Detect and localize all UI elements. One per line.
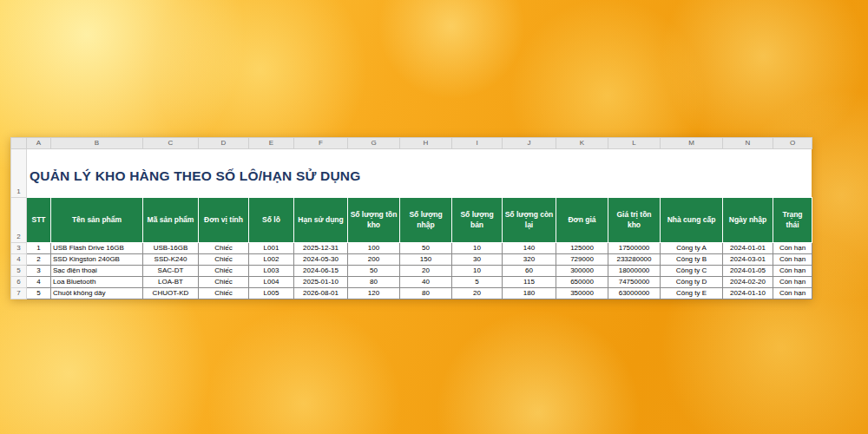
table-header-cell-N[interactable]: Ngày nhập (723, 198, 773, 243)
cell-F6[interactable]: 2025-01-10 (294, 277, 348, 288)
cell-C7[interactable]: CHUOT-KD (143, 288, 199, 299)
column-header-C[interactable]: C (143, 138, 199, 149)
cell-M6[interactable]: Công ty D (661, 277, 723, 288)
cell-J4[interactable]: 320 (503, 254, 556, 266)
column-header-K[interactable]: K (556, 138, 608, 149)
cell-L5[interactable]: 18000000 (608, 266, 661, 277)
cell-O5[interactable]: Còn hạn (773, 266, 812, 277)
cell-C4[interactable]: SSD-K240 (143, 254, 199, 266)
table-header-cell-H[interactable]: Số lượng nhập (400, 198, 452, 243)
cell-D6[interactable]: Chiếc (199, 277, 249, 288)
table-header-cell-L[interactable]: Giá trị tồn kho (608, 198, 661, 243)
cell-I4[interactable]: 30 (452, 254, 503, 266)
cell-E4[interactable]: L002 (249, 254, 294, 266)
row-header-3[interactable]: 3 (11, 243, 27, 254)
row-header-7[interactable]: 7 (11, 288, 27, 299)
cell-C6[interactable]: LOA-BT (143, 277, 199, 288)
column-header-A[interactable]: A (27, 138, 51, 149)
cell-J7[interactable]: 180 (503, 288, 556, 299)
cell-J5[interactable]: 60 (503, 266, 556, 277)
cell-I5[interactable]: 10 (452, 266, 503, 277)
cell-H6[interactable]: 40 (400, 277, 452, 288)
cell-N6[interactable]: 2024-02-20 (723, 277, 773, 288)
cell-I3[interactable]: 10 (452, 243, 503, 254)
table-header-cell-G[interactable]: Số lượng tồn kho (348, 198, 400, 243)
cell-E6[interactable]: L004 (249, 277, 294, 288)
cell-D7[interactable]: Chiếc (199, 288, 249, 299)
row-header-2[interactable]: 2 (11, 198, 27, 243)
row-header-5[interactable]: 5 (11, 266, 27, 277)
cell-K7[interactable]: 350000 (556, 288, 608, 299)
cell-H7[interactable]: 80 (400, 288, 452, 299)
cell-I6[interactable]: 5 (452, 277, 503, 288)
cell-L6[interactable]: 74750000 (608, 277, 661, 288)
table-header-cell-I[interactable]: Số lượng bán (452, 198, 503, 243)
cell-M3[interactable]: Công ty A (661, 243, 723, 254)
cell-M4[interactable]: Công ty B (661, 254, 723, 266)
cell-L4[interactable]: 233280000 (608, 254, 661, 266)
column-header-J[interactable]: J (503, 138, 556, 149)
column-header-N[interactable]: N (723, 138, 773, 149)
cell-B7[interactable]: Chuột không dây (51, 288, 143, 299)
cell-L7[interactable]: 63000000 (608, 288, 661, 299)
cell-F7[interactable]: 2026-08-01 (294, 288, 348, 299)
cell-E3[interactable]: L001 (249, 243, 294, 254)
cell-N7[interactable]: 2024-01-10 (723, 288, 773, 299)
table-header-cell-F[interactable]: Hạn sử dụng (294, 198, 348, 243)
column-header-B[interactable]: B (51, 138, 143, 149)
cell-K3[interactable]: 125000 (556, 243, 608, 254)
table-header-cell-O[interactable]: Trạng thái (773, 198, 812, 243)
cell-J6[interactable]: 115 (503, 277, 556, 288)
cell-A7[interactable]: 5 (27, 288, 51, 299)
cell-I7[interactable]: 20 (452, 288, 503, 299)
row-header-6[interactable]: 6 (11, 277, 27, 288)
row-header-1[interactable]: 1 (11, 149, 27, 198)
column-header-I[interactable]: I (452, 138, 503, 149)
cell-G7[interactable]: 120 (348, 288, 400, 299)
cell-F5[interactable]: 2024-06-15 (294, 266, 348, 277)
cell-M5[interactable]: Công ty C (661, 266, 723, 277)
cell-N3[interactable]: 2024-01-01 (723, 243, 773, 254)
cell-D3[interactable]: Chiếc (199, 243, 249, 254)
table-header-cell-B[interactable]: Tên sản phẩm (51, 198, 143, 243)
row-header-4[interactable]: 4 (11, 254, 27, 266)
column-header-E[interactable]: E (249, 138, 294, 149)
table-header-cell-E[interactable]: Số lô (249, 198, 294, 243)
cell-A6[interactable]: 4 (27, 277, 51, 288)
column-header-G[interactable]: G (348, 138, 400, 149)
column-header-L[interactable]: L (608, 138, 661, 149)
cell-F3[interactable]: 2025-12-31 (294, 243, 348, 254)
column-header-M[interactable]: M (661, 138, 723, 149)
cell-N5[interactable]: 2024-01-05 (723, 266, 773, 277)
cell-O4[interactable]: Còn hạn (773, 254, 812, 266)
cell-O7[interactable]: Còn hạn (773, 288, 812, 299)
cell-L3[interactable]: 17500000 (608, 243, 661, 254)
cell-G5[interactable]: 50 (348, 266, 400, 277)
cell-G4[interactable]: 200 (348, 254, 400, 266)
cell-E5[interactable]: L003 (249, 266, 294, 277)
cell-G6[interactable]: 80 (348, 277, 400, 288)
cell-O6[interactable]: Còn hạn (773, 277, 812, 288)
cell-C5[interactable]: SAC-DT (143, 266, 199, 277)
cell-G3[interactable]: 100 (348, 243, 400, 254)
cell-E7[interactable]: L005 (249, 288, 294, 299)
column-header-D[interactable]: D (199, 138, 249, 149)
cell-C3[interactable]: USB-16GB (143, 243, 199, 254)
cell-B3[interactable]: USB Flash Drive 16GB (51, 243, 143, 254)
cell-D4[interactable]: Chiếc (199, 254, 249, 266)
table-header-cell-K[interactable]: Đơn giá (556, 198, 608, 243)
cell-D5[interactable]: Chiếc (199, 266, 249, 277)
cell-B5[interactable]: Sạc điện thoại (51, 266, 143, 277)
cell-A3[interactable]: 1 (27, 243, 51, 254)
cell-F4[interactable]: 2024-05-30 (294, 254, 348, 266)
column-header-H[interactable]: H (400, 138, 452, 149)
cell-B4[interactable]: SSD Kingston 240GB (51, 254, 143, 266)
cell-N4[interactable]: 2024-03-01 (723, 254, 773, 266)
cell-K6[interactable]: 650000 (556, 277, 608, 288)
cell-A4[interactable]: 2 (27, 254, 51, 266)
cell-H3[interactable]: 50 (400, 243, 452, 254)
cell-M7[interactable]: Công ty E (661, 288, 723, 299)
cell-A5[interactable]: 3 (27, 266, 51, 277)
table-header-cell-M[interactable]: Nhà cung cấp (661, 198, 723, 243)
table-header-cell-J[interactable]: Số lượng còn lại (503, 198, 556, 243)
